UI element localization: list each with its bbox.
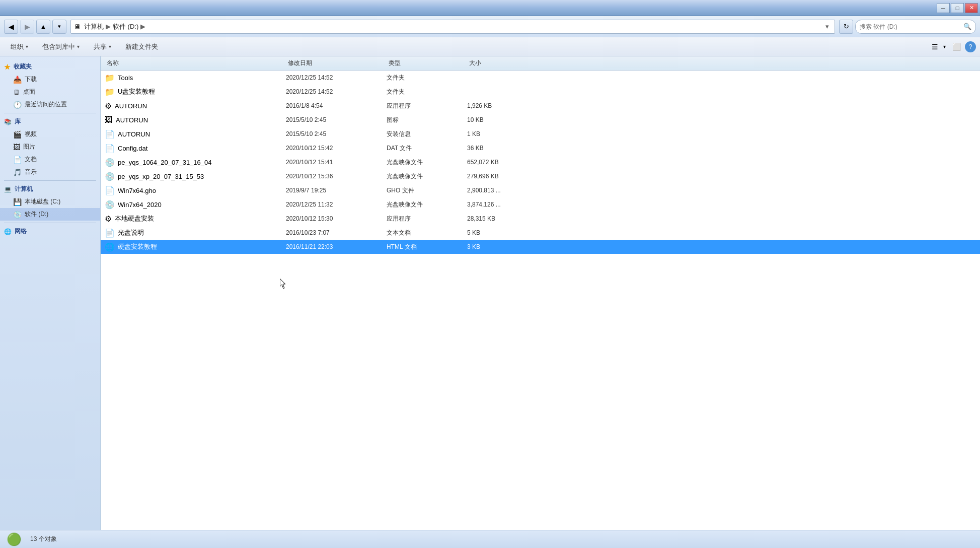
file-size-cell: 10 KB	[467, 116, 527, 123]
table-row[interactable]: 🌐 硬盘安装教程 2016/11/21 22:03 HTML 文档 3 KB	[101, 240, 980, 254]
organize-arrow-icon: ▾	[26, 44, 28, 49]
maximize-button[interactable]: □	[951, 3, 964, 13]
sidebar-item-local-c[interactable]: 💾 本地磁盘 (C:)	[0, 195, 100, 208]
table-row[interactable]: 📄 Config.dat 2020/10/12 15:42 DAT 文件 36 …	[101, 141, 980, 155]
minimize-button[interactable]: ─	[937, 3, 950, 13]
file-type-icon: 📄	[105, 129, 115, 139]
file-type-icon: 📁	[105, 87, 115, 97]
sidebar-header-network[interactable]: 🌐 网络	[0, 225, 100, 238]
file-name-cell: 📄 光盘说明	[105, 228, 286, 238]
path-drive[interactable]: 软件 (D:)	[113, 22, 138, 31]
sidebar-header-library[interactable]: 📚 库	[0, 115, 100, 128]
file-name-text: AUTORUN	[116, 116, 148, 124]
sidebar-item-pictures[interactable]: 🖼 图片	[0, 141, 100, 153]
address-folder-icon: 🖥	[74, 23, 81, 31]
forward-button[interactable]: ▶	[20, 20, 34, 34]
local-c-label: 本地磁盘 (C:)	[25, 197, 60, 206]
sidebar-section-library: 📚 库 🎬 视频 🖼 图片 📄 文档 🎵 音乐	[0, 115, 100, 178]
file-size-cell: 3 KB	[467, 243, 527, 250]
file-date-cell: 2016/1/8 4:54	[286, 102, 387, 109]
sidebar-item-documents[interactable]: 📄 文档	[0, 153, 100, 166]
sidebar-header-favorites[interactable]: ★ 收藏夹	[0, 60, 100, 73]
col-header-size[interactable]: 大小	[467, 59, 527, 67]
table-row[interactable]: 📁 Tools 2020/12/25 14:52 文件夹	[101, 71, 980, 85]
main-container: ★ 收藏夹 📥 下载 🖥 桌面 🕐 最近访问的位置 📚 库	[0, 56, 980, 530]
table-row[interactable]: 📄 Win7x64.gho 2019/9/7 19:25 GHO 文件 2,90…	[101, 183, 980, 197]
include-library-button[interactable]: 包含到库中 ▾	[36, 40, 86, 54]
file-type-cell: 安装信息	[387, 130, 467, 139]
file-size-cell: 2,900,813 ...	[467, 187, 527, 194]
file-date-cell: 2015/5/10 2:45	[286, 116, 387, 123]
search-bar[interactable]: 🔍	[855, 20, 976, 34]
file-type-icon: 💿	[105, 200, 115, 210]
sidebar-item-software-d[interactable]: 💿 软件 (D:)	[0, 208, 100, 221]
file-name-text: 光盘说明	[118, 228, 144, 237]
sidebar-item-videos[interactable]: 🎬 视频	[0, 128, 100, 141]
preview-pane-button[interactable]: ⬜	[950, 40, 963, 53]
path-computer[interactable]: 计算机	[84, 22, 104, 31]
table-row[interactable]: 🖼 AUTORUN 2015/5/10 2:45 图标 10 KB	[101, 113, 980, 127]
table-row[interactable]: ⚙ AUTORUN 2016/1/8 4:54 应用程序 1,926 KB	[101, 99, 980, 113]
computer-icon: 💻	[4, 186, 12, 193]
table-row[interactable]: 💿 pe_yqs_xp_20_07_31_15_53 2020/10/12 15…	[101, 169, 980, 183]
help-button[interactable]: ?	[965, 41, 976, 52]
sidebar-item-music[interactable]: 🎵 音乐	[0, 166, 100, 178]
sidebar-item-downloads[interactable]: 📥 下载	[0, 73, 100, 86]
library-icon: 📚	[4, 118, 12, 125]
recent-locations-button[interactable]: ▾	[52, 20, 66, 34]
file-date-cell: 2020/10/12 15:42	[286, 145, 387, 152]
path-separator-2: ▶	[140, 23, 145, 30]
content-area[interactable]: 名称 修改日期 类型 大小 📁 Tools 2020/12/25 14:52 文…	[101, 56, 980, 530]
col-header-modified[interactable]: 修改日期	[286, 59, 387, 67]
include-library-label: 包含到库中	[42, 42, 75, 51]
refresh-button[interactable]: ↻	[839, 20, 853, 34]
network-label: 网络	[15, 227, 27, 236]
search-input[interactable]	[860, 23, 961, 30]
file-type-icon: 📄	[105, 144, 115, 153]
back-button[interactable]: ◀	[4, 20, 18, 34]
view-mode-button[interactable]: ☰	[928, 40, 941, 53]
col-header-name[interactable]: 名称	[105, 59, 286, 67]
file-type-cell: 应用程序	[387, 215, 467, 223]
new-folder-button[interactable]: 新建文件夹	[119, 40, 165, 54]
file-type-cell: GHO 文件	[387, 186, 467, 195]
file-name-text: U盘安装教程	[118, 87, 155, 96]
table-row[interactable]: 💿 pe_yqs_1064_20_07_31_16_04 2020/10/12 …	[101, 155, 980, 169]
recent-label: 最近访问的位置	[25, 100, 67, 109]
file-type-cell: 文件夹	[387, 74, 467, 82]
table-row[interactable]: 📄 AUTORUN 2015/5/10 2:45 安装信息 1 KB	[101, 127, 980, 141]
sidebar-section-computer: 💻 计算机 💾 本地磁盘 (C:) 💿 软件 (D:)	[0, 183, 100, 221]
search-icon[interactable]: 🔍	[963, 23, 971, 30]
file-type-icon: 🖼	[105, 115, 113, 124]
sidebar-item-desktop[interactable]: 🖥 桌面	[0, 86, 100, 98]
organize-button[interactable]: 组织 ▾	[4, 40, 35, 54]
up-button[interactable]: ▲	[36, 20, 50, 34]
file-size-cell: 5 KB	[467, 229, 527, 236]
file-name-cell: 📁 Tools	[105, 73, 286, 83]
table-row[interactable]: 📁 U盘安装教程 2020/12/25 14:52 文件夹	[101, 85, 980, 99]
view-dropdown-arrow[interactable]: ▾	[943, 44, 946, 49]
close-button[interactable]: ✕	[965, 3, 978, 13]
status-app-icon: 🟢	[6, 531, 22, 547]
table-row[interactable]: 📄 光盘说明 2016/10/23 7:07 文本文档 5 KB	[101, 226, 980, 240]
col-header-type[interactable]: 类型	[387, 59, 467, 67]
address-bar[interactable]: 🖥 计算机 ▶ 软件 (D:) ▶ ▾	[70, 20, 835, 34]
table-row[interactable]: 💿 Win7x64_2020 2020/12/25 11:32 光盘映像文件 3…	[101, 197, 980, 212]
file-date-cell: 2020/12/25 14:52	[286, 74, 387, 81]
file-size-cell: 3,874,126 ...	[467, 201, 527, 208]
file-size-cell: 36 KB	[467, 145, 527, 152]
file-list: 📁 Tools 2020/12/25 14:52 文件夹 📁 U盘安装教程 20…	[101, 71, 980, 254]
file-name-text: Win7x64.gho	[118, 187, 156, 194]
window-controls: ─ □ ✕	[937, 3, 978, 13]
file-date-cell: 2020/12/25 14:52	[286, 88, 387, 95]
sidebar-header-computer[interactable]: 💻 计算机	[0, 183, 100, 195]
documents-icon: 📄	[13, 156, 22, 164]
videos-icon: 🎬	[13, 130, 22, 139]
sidebar-item-recent[interactable]: 🕐 最近访问的位置	[0, 98, 100, 111]
share-button[interactable]: 共享 ▾	[87, 40, 118, 54]
file-name-text: pe_yqs_xp_20_07_31_15_53	[118, 173, 204, 180]
table-row[interactable]: ⚙ 本地硬盘安装 2020/10/12 15:30 应用程序 28,315 KB	[101, 212, 980, 226]
address-dropdown-button[interactable]: ▾	[822, 22, 832, 31]
file-type-cell: DAT 文件	[387, 144, 467, 153]
file-name-cell: 📄 AUTORUN	[105, 129, 286, 139]
